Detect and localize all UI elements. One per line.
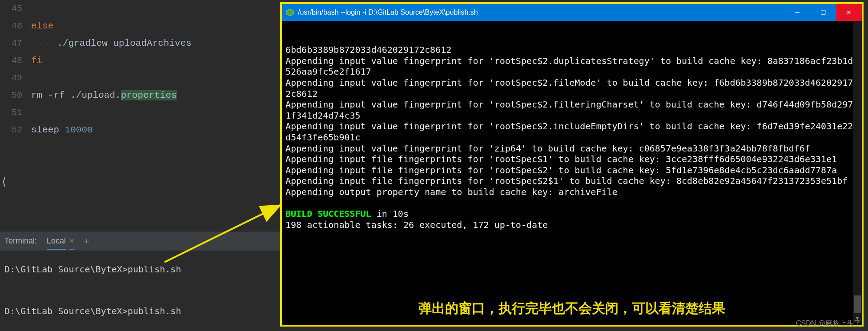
terminal-output[interactable]: D:\GitLab Source\ByteX>publish.sh D:\Git… [0,251,285,330]
build-success-line: BUILD SUCCESSFUL in 10s [285,208,858,219]
bash-line: Appending input file fingerprints for 'r… [285,154,858,165]
terminal-tab-label: Local [47,236,66,246]
bash-icon [285,8,294,17]
bash-window: /usr/bin/bash --login -i D:\GitLab Sourc… [280,2,864,327]
terminal-tab-local[interactable]: Local × [45,236,76,246]
code-content[interactable]: fi [31,56,285,66]
maximize-button[interactable]: ☐ [810,4,836,21]
code-line[interactable]: 52sleep 10000 [0,121,285,139]
line-number: 46 [0,21,31,31]
svg-marker-0 [286,9,293,16]
terminal-header: Terminal: Local × + [0,231,285,251]
add-terminal-button[interactable]: + [84,235,90,247]
code-line[interactable]: 50rm -rf ./upload.properties [0,87,285,104]
line-number: 49 [0,73,31,83]
code-line[interactable]: 51 [0,104,285,121]
line-number: 48 [0,56,31,66]
window-title: /usr/bin/bash --login -i D:\GitLab Sourc… [298,8,784,16]
minimize-button[interactable]: ─ [784,4,810,21]
bash-line: Appending input file fingerprints for 'r… [285,175,858,187]
line-number: 47 [0,38,31,48]
annotation-text: 弹出的窗口，执行完毕也不会关闭，可以看清楚结果 [282,300,862,317]
bash-line: 6bd6b3389b872033d462029172c8612 [285,44,858,56]
close-button[interactable]: ✕ [836,4,862,21]
bash-line: Appending input value fingerprint for 'r… [285,77,858,99]
fold-chevron-icon[interactable]: ⟨ [1,175,7,188]
scrollbar-vertical[interactable]: ▼ [853,21,862,323]
bash-line: Appending input value fingerprint for 'r… [285,56,858,77]
bash-line: Appending input value fingerprint for 'r… [285,99,858,121]
terminal-panel: Terminal: Local × + D:\GitLab Source\Byt… [0,231,285,331]
bash-line: Appending input value fingerprint for 'r… [285,121,858,143]
code-content[interactable]: else [31,21,285,31]
code-content[interactable]: rm -rf ./upload.properties [31,90,285,100]
code-line[interactable]: 47····./gradlew uploadArchives [0,35,285,52]
line-number: 45 [0,4,31,14]
tasks-line: 198 actionable tasks: 26 executed, 172 u… [285,219,858,231]
code-content[interactable]: ····./gradlew uploadArchives [31,38,285,48]
bash-line: Appending input file fingerprints for 'r… [285,165,858,176]
line-number: 50 [0,90,31,100]
code-line[interactable]: 46else [0,17,285,35]
line-number: 51 [0,108,31,118]
code-line[interactable]: 49 [0,69,285,87]
line-number: 52 [0,125,31,135]
code-editor[interactable]: 4546else47····./gradlew uploadArchives48… [0,0,285,231]
titlebar[interactable]: /usr/bin/bash --login -i D:\GitLab Sourc… [282,4,862,21]
terminal-label: Terminal: [4,236,37,246]
code-line[interactable]: 48fi [0,52,285,69]
close-icon[interactable]: × [69,236,74,246]
bash-line: Appending input value fingerprint for 'z… [285,143,858,154]
code-line[interactable]: 45 [0,0,285,17]
bash-output[interactable]: 6bd6b3389b872033d462029172c8612Appending… [282,21,862,325]
bash-line: Appending output property name to build … [285,187,858,198]
scrollbar-thumb[interactable] [854,295,861,313]
code-content[interactable]: sleep 10000 [31,125,285,135]
watermark: CSDN @麻将上头了 [796,319,861,328]
